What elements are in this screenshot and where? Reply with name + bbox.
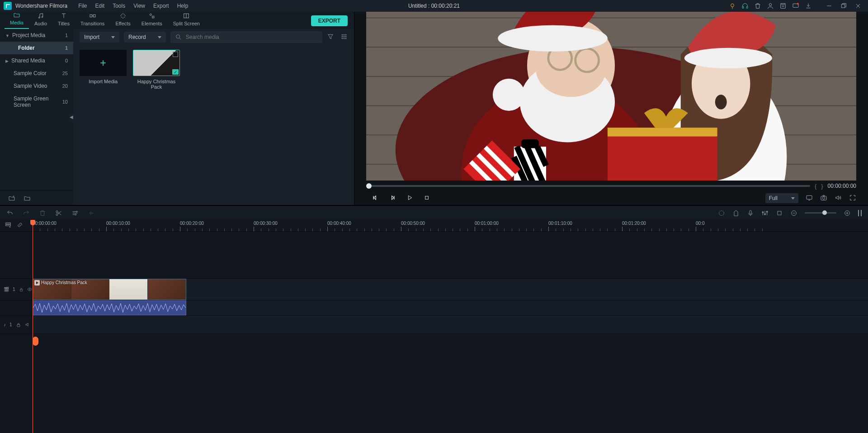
manage-tracks-icon[interactable] [5,221,12,230]
maximize-button[interactable] [837,1,850,11]
search-media[interactable] [170,31,322,43]
folder-icon[interactable] [24,195,31,202]
stop-button[interactable] [423,194,430,203]
sidebar-project-media[interactable]: ▼Project Media1 [0,29,73,42]
tab-effects[interactable]: Effects [110,10,136,29]
split-button[interactable] [55,209,62,217]
library-tabs: Media Audio Titles Transitions Effects E… [0,12,354,29]
svg-rect-11 [93,14,95,17]
svg-rect-75 [778,211,781,215]
tab-elements[interactable]: Elements [136,10,168,29]
timeline-ruler[interactable]: 00:00:00:0000:00:10:0000:00:20:0000:00:3… [33,220,868,231]
empty-track [0,232,868,279]
sidebar-sample-green-screen[interactable]: Sample Green Screen10 [0,92,73,111]
tab-transitions[interactable]: Transitions [75,10,110,29]
zoom-fit-button[interactable] [858,210,862,216]
zoom-in-button[interactable] [844,209,851,217]
marker-icon[interactable] [732,209,740,217]
svg-rect-2 [746,6,748,8]
sidebar-folder[interactable]: Folder1 [0,42,73,54]
menu-help[interactable]: Help [174,1,192,11]
next-frame-button[interactable] [389,194,396,203]
seekbar-knob[interactable] [366,183,372,189]
fullscreen-icon[interactable] [849,194,856,203]
audio-track-1[interactable]: ♪1 [0,316,868,334]
mute-icon[interactable] [25,322,31,328]
svg-point-46 [684,48,772,68]
search-input[interactable] [186,34,318,40]
tab-titles[interactable]: Titles [52,10,75,29]
menu-edit[interactable]: Edit [92,1,108,11]
link-tracks-icon[interactable] [16,221,24,230]
sidebar-shared-media[interactable]: ▶Shared Media0 [0,54,73,67]
preview-quality-dropdown[interactable]: Full [765,193,798,203]
tab-media[interactable]: Media [5,10,29,29]
menu-file[interactable]: File [75,1,90,11]
playhead[interactable] [33,220,33,433]
camera-snapshot-icon[interactable] [820,194,827,203]
trash-icon[interactable] [754,2,761,10]
menu-tools[interactable]: Tools [109,1,129,11]
play-button[interactable] [406,194,413,203]
lightbulb-icon[interactable] [729,2,736,10]
audio-track-linked[interactable] [0,300,868,316]
new-folder-icon[interactable] [8,195,15,202]
zoom-slider-knob[interactable] [822,210,827,215]
prev-frame-button[interactable] [372,194,379,203]
preview-video[interactable] [366,12,856,181]
preview-seekbar[interactable] [366,185,810,187]
media-type-badge-icon [173,52,178,57]
undo-button[interactable] [6,209,14,217]
close-button[interactable] [852,1,864,11]
export-button[interactable]: EXPORT [311,15,348,26]
lock-icon[interactable] [16,322,21,328]
zoom-out-button[interactable] [790,209,797,217]
tab-audio[interactable]: Audio [29,10,52,29]
message-icon[interactable] [792,2,799,10]
svg-point-23 [344,38,344,39]
render-icon[interactable] [718,209,725,217]
lock-icon[interactable] [19,287,24,292]
audio-clip[interactable] [33,300,186,315]
sidebar-collapse-button[interactable]: ◀ [69,113,74,121]
volume-icon[interactable] [835,194,842,203]
brace-right-icon[interactable]: } [821,183,823,190]
mixer-icon[interactable] [761,209,769,217]
import-dropdown[interactable]: Import [80,32,119,43]
account-icon[interactable] [767,2,774,10]
clip-start-handle[interactable] [33,337,38,346]
crop-icon[interactable] [776,209,783,217]
media-item-christmas-pack[interactable]: ✓ Happy Christmas Pack [133,50,180,90]
headphones-icon[interactable] [741,2,749,10]
sidebar-sample-video[interactable]: Sample Video20 [0,80,73,92]
minimize-button[interactable] [823,1,835,11]
eye-icon[interactable] [27,286,32,292]
clip-play-icon [34,280,40,285]
menu-view[interactable]: View [130,1,149,11]
filter-icon[interactable] [327,33,334,42]
svg-point-20 [344,36,344,37]
import-media-tile[interactable]: + Import Media [80,50,127,84]
brace-left-icon[interactable]: { [815,183,816,190]
svg-point-68 [76,211,78,212]
save-icon[interactable] [779,2,787,10]
audio-adjust-icon[interactable] [88,209,95,217]
redo-button[interactable] [23,209,30,217]
video-clip[interactable]: Happy Christmas Pack [33,279,186,300]
tab-split-screen[interactable]: Split Screen [168,10,205,29]
edit-tools-icon[interactable] [71,209,79,217]
video-track-1[interactable]: 🎬1 Happy Christmas Pack [0,279,868,300]
plus-icon: + [80,50,127,76]
mic-record-icon[interactable] [747,209,754,217]
download-icon[interactable] [805,2,812,10]
svg-point-45 [715,95,727,109]
grid-view-icon[interactable] [340,33,348,42]
record-dropdown[interactable]: Record [124,32,166,43]
sidebar-sample-color[interactable]: Sample Color25 [0,67,73,80]
zoom-slider[interactable] [805,212,836,214]
tab-titles-label: Titles [58,21,70,26]
svg-rect-57 [521,139,539,148]
monitor-icon[interactable] [806,194,813,203]
menu-export[interactable]: Export [150,1,173,11]
delete-button[interactable] [39,209,46,217]
